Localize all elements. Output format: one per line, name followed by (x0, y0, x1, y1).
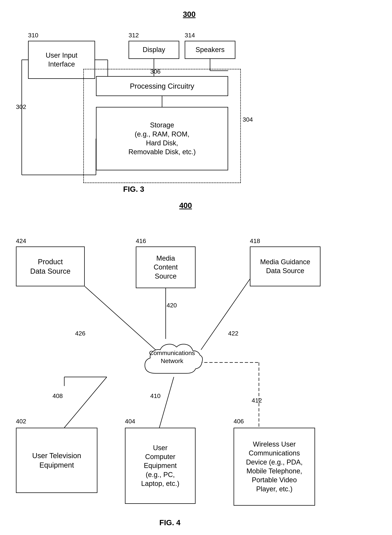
ref-422: 422 (228, 330, 238, 337)
fig4-label: FIG. 4 (159, 518, 181, 527)
processing-circuitry-box: Processing Circuitry (96, 76, 228, 96)
communications-network-label: Communications Network (147, 349, 197, 365)
product-data-source-box: Product Data Source (16, 246, 85, 286)
ref-306: 306 (150, 68, 161, 75)
ref-418: 418 (250, 237, 260, 245)
fig4-title: 400 (179, 201, 192, 210)
ref-410: 410 (150, 392, 161, 399)
user-computer-equipment-box: User Computer Equipment (e.g., PC, Lapto… (125, 428, 196, 504)
ref-404: 404 (125, 418, 135, 425)
ref-312: 312 (129, 32, 139, 39)
svg-line-14 (201, 279, 250, 350)
svg-line-15 (159, 377, 174, 428)
ref-408: 408 (52, 392, 63, 399)
ref-420: 420 (167, 302, 177, 309)
storage-box: Storage (e.g., RAM, ROM, Hard Disk, Remo… (96, 107, 228, 170)
ref-416: 416 (136, 237, 146, 245)
ref-304: 304 (243, 116, 253, 123)
ref-426: 426 (75, 330, 85, 337)
ref-412: 412 (252, 397, 262, 404)
media-guidance-data-source-box: Media Guidance Data Source (250, 246, 321, 286)
communications-network-cloud: Communications Network (140, 339, 205, 381)
diagram-container: 300 310 User Input Interface 312 Display… (0, 0, 392, 535)
user-tv-equipment-box: User Television Equipment (16, 428, 98, 493)
ref-406: 406 (233, 418, 244, 425)
ref-310: 310 (28, 32, 38, 39)
fig3-label: FIG. 3 (123, 185, 144, 194)
media-content-source-box: Media Content Source (136, 246, 196, 288)
speakers-box: Speakers (185, 41, 235, 59)
fig3-title: 300 (183, 10, 196, 19)
svg-line-16 (64, 377, 107, 428)
ref-314: 314 (185, 32, 195, 39)
ref-302: 302 (16, 103, 26, 110)
ref-402: 402 (16, 418, 26, 425)
wireless-device-box: Wireless User Communications Device (e.g… (233, 428, 315, 506)
ref-424: 424 (16, 237, 26, 245)
display-box: Display (129, 41, 179, 59)
